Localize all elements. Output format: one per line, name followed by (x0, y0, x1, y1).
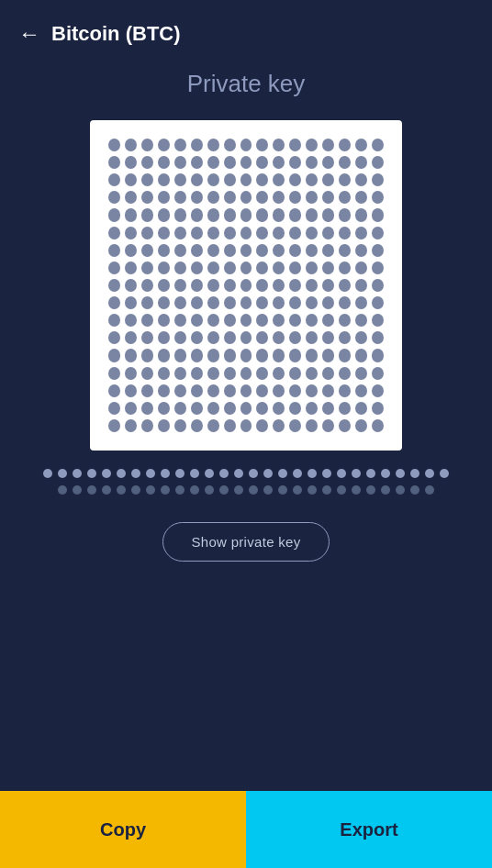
qr-dot (289, 227, 301, 239)
key-dot (322, 469, 331, 478)
qr-dot (372, 139, 384, 151)
qr-dot (372, 384, 384, 397)
qr-dot (289, 402, 301, 415)
qr-dot (240, 208, 252, 221)
qr-dot (108, 419, 120, 432)
qr-dot (289, 331, 301, 344)
qr-dot (306, 244, 318, 257)
qr-dot (240, 244, 252, 257)
qr-dot (339, 156, 351, 169)
key-dot (263, 485, 273, 495)
qr-dot (372, 227, 384, 239)
qr-dot (355, 331, 367, 344)
key-dot (190, 485, 199, 495)
key-dot (43, 469, 52, 478)
key-dot (117, 469, 126, 478)
qr-dot (355, 173, 367, 186)
qr-dot (339, 279, 351, 292)
qr-dot (224, 227, 236, 239)
qr-dot (273, 384, 285, 397)
qr-dot (306, 156, 318, 169)
qr-dot (158, 191, 170, 204)
export-button[interactable]: Export (246, 791, 492, 868)
qr-dot (240, 314, 252, 327)
qr-dot (339, 191, 351, 204)
qr-dot (240, 331, 252, 344)
key-dot (337, 485, 346, 495)
qr-dot (355, 262, 367, 274)
qr-dot (322, 191, 334, 204)
qr-dot (240, 191, 252, 204)
bottom-buttons: Copy Export (0, 791, 492, 868)
qr-dot (224, 156, 236, 169)
qr-dot (108, 227, 120, 239)
qr-dot (207, 331, 219, 344)
qr-dot (273, 173, 285, 186)
qr-dot (108, 384, 120, 397)
qr-dot (322, 227, 334, 239)
qr-dot (141, 367, 153, 380)
qr-dot (306, 402, 318, 415)
qr-dot (240, 419, 252, 432)
qr-dot (141, 173, 153, 186)
qr-dot (108, 244, 120, 257)
qr-dot (372, 156, 384, 169)
qr-dot (306, 419, 318, 432)
qr-dot (141, 384, 153, 397)
qr-dot (174, 296, 186, 309)
qr-dot (273, 367, 285, 380)
show-private-key-button[interactable]: Show private key (162, 522, 329, 562)
key-dot (234, 485, 243, 495)
qr-dot (256, 367, 268, 380)
qr-dot (322, 156, 334, 169)
qr-code-container (90, 120, 402, 451)
qr-dot (289, 191, 301, 204)
qr-dot (339, 384, 351, 397)
qr-dot (141, 191, 153, 204)
qr-dot (289, 384, 301, 397)
qr-dot (273, 402, 285, 415)
qr-dot (207, 191, 219, 204)
qr-dot (372, 349, 384, 362)
copy-button[interactable]: Copy (0, 791, 246, 868)
qr-dot (158, 262, 170, 274)
key-dot (308, 469, 317, 478)
qr-dot (256, 331, 268, 344)
qr-dot (355, 296, 367, 309)
qr-dot (256, 244, 268, 257)
back-button[interactable]: ← (18, 23, 40, 45)
qr-dot (158, 419, 170, 432)
qr-dot (240, 227, 252, 239)
qr-dot (273, 314, 285, 327)
key-dot (146, 485, 155, 495)
qr-dot (125, 419, 137, 432)
qr-dot (306, 262, 318, 274)
qr-dot (125, 191, 137, 204)
qr-dot (191, 262, 203, 274)
qr-dot (372, 314, 384, 327)
qr-dot (158, 279, 170, 292)
qr-dot (191, 244, 203, 257)
qr-dot (273, 296, 285, 309)
qr-dot (108, 331, 120, 344)
qr-dot (256, 296, 268, 309)
qr-dot (339, 244, 351, 257)
qr-dot (372, 402, 384, 415)
qr-dot (224, 367, 236, 380)
qr-dot (125, 208, 137, 221)
qr-dot (322, 262, 334, 274)
qr-dot (240, 262, 252, 274)
qr-dot (191, 156, 203, 169)
qr-dot (339, 349, 351, 362)
qr-dot (306, 367, 318, 380)
qr-dot (240, 296, 252, 309)
qr-dot (125, 402, 137, 415)
qr-dot (256, 384, 268, 397)
qr-dot (108, 139, 120, 151)
qr-dot (256, 139, 268, 151)
key-dot (410, 469, 419, 478)
qr-dot (125, 139, 137, 151)
qr-dot (306, 349, 318, 362)
qr-dot (289, 173, 301, 186)
qr-dot (174, 227, 186, 239)
